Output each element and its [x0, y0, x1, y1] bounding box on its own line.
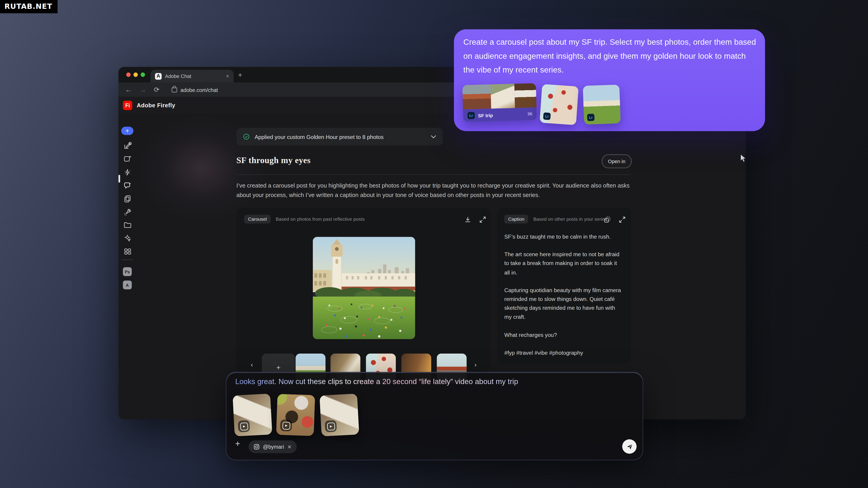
lightroom-badge-icon: Lr [587, 113, 594, 121]
user-prompt-text: Create a carousel post about my SF trip.… [463, 35, 758, 77]
lightroom-album-card[interactable]: Lr SF trip 96 [462, 83, 537, 122]
carousel-main-image[interactable] [313, 237, 415, 339]
dolores-park-attachment[interactable]: Lr [583, 85, 621, 125]
status-banner[interactable]: Applied your custom Golden Hour preset t… [237, 128, 443, 145]
copy-icon[interactable] [604, 217, 611, 223]
check-circle-icon [243, 133, 250, 140]
new-tab-button[interactable]: + [238, 71, 242, 78]
play-icon [324, 420, 337, 432]
tab-close-icon[interactable]: × [226, 73, 229, 79]
screen: RUTAB.NET A Adobe Chat × + ← → ⟳ adobe.c… [0, 0, 868, 488]
caption-paragraph: SF’s buzz taught me to be calm in the ru… [504, 232, 624, 241]
caption-text: SF’s buzz taught me to be calm in the ru… [504, 232, 624, 366]
tab-title: Adobe Chat [165, 73, 224, 78]
sidebar-divider [122, 260, 133, 260]
chat-assistant-icon[interactable] [119, 179, 136, 192]
caption-paragraph: What recharges you? [504, 330, 624, 339]
composer-panel[interactable]: Looks great. Now cut these clips to crea… [226, 372, 643, 460]
sketchbook-photo [490, 84, 515, 109]
copies-icon[interactable] [119, 192, 136, 205]
send-icon [626, 443, 633, 450]
window-minimize-button[interactable] [133, 72, 138, 77]
drinks-photo [515, 83, 536, 108]
carousel-prev-icon[interactable]: ‹ [251, 361, 253, 368]
adobe-badge-icon: A [123, 281, 132, 289]
expand-icon[interactable] [479, 217, 486, 223]
caption-paragraph: Capturing quotidian beauty with my film … [504, 286, 624, 322]
play-icon [238, 420, 250, 432]
carousel-next-icon[interactable]: › [474, 361, 477, 368]
carousel-subtitle: Based on photos from past reflective pos… [276, 217, 365, 222]
vector-edit-icon[interactable] [119, 231, 136, 245]
attach-plus-icon[interactable]: + [235, 439, 240, 448]
adobe-favicon-icon: A [155, 73, 162, 79]
active-nav-indicator [119, 175, 120, 183]
mention-text: @bymari [263, 444, 284, 450]
album-collage [462, 83, 536, 109]
reload-icon[interactable]: ⟳ [154, 86, 160, 94]
window-close-button[interactable] [126, 72, 131, 77]
lightroom-badge-icon: Lr [543, 112, 551, 120]
forward-icon[interactable]: → [140, 86, 146, 94]
result-description: I’ve created a carousel post for you hig… [237, 181, 633, 200]
mention-chip[interactable]: @bymari ✕ [249, 440, 297, 453]
browser-tab[interactable]: A Adobe Chat × [151, 70, 234, 83]
site-watermark: RUTAB.NET [0, 0, 58, 13]
user-prompt-bubble: Create a carousel post about my SF trip.… [454, 29, 765, 131]
quick-effects-icon[interactable] [119, 165, 136, 179]
divider [237, 174, 631, 175]
composer-message[interactable]: Looks great. Now cut these clips to crea… [235, 377, 518, 386]
chinatown-lanterns-attachment[interactable]: Lr [539, 84, 579, 125]
album-title: SF trip [478, 111, 524, 118]
open-in-button[interactable]: Open in [602, 154, 631, 168]
image-generate-icon[interactable] [119, 152, 136, 165]
url-text[interactable]: adobe.com/chat [181, 87, 218, 93]
golden-gate-photo [462, 84, 491, 109]
play-icon [280, 419, 292, 431]
status-text: Applied your custom Golden Hour preset t… [255, 133, 431, 140]
caption-subtitle: Based on other posts in your series [533, 217, 607, 222]
sidebar: + [119, 113, 136, 419]
lock-icon [172, 87, 177, 92]
new-chat-button[interactable]: + [121, 127, 133, 135]
video-attachment-cafe-sketchbook-2[interactable] [319, 394, 359, 436]
album-photo-count: 96 [528, 111, 532, 117]
photoshop-badge-icon: Ps [123, 267, 132, 276]
carousel-panel: Carousel Based on photos from past refle… [237, 208, 491, 372]
lightroom-badge-icon: Lr [467, 112, 475, 119]
apps-grid-icon[interactable] [119, 245, 136, 258]
firefly-logo-icon: Fi [123, 100, 132, 110]
firefly-brand-name: Adobe Firefly [137, 102, 176, 108]
caption-label-chip: Caption [504, 215, 528, 223]
download-icon[interactable] [465, 217, 471, 223]
caption-paragraph: #fyp #travel #vibe #photography [504, 348, 624, 357]
send-button[interactable] [622, 439, 637, 454]
caption-paragraph: The art scene here inspired me to not be… [504, 250, 624, 277]
chevron-down-icon[interactable] [431, 135, 436, 138]
remove-mention-icon[interactable]: ✕ [287, 444, 291, 449]
photoshop-shortcut[interactable]: Ps [119, 265, 136, 278]
compose-new-icon[interactable] [119, 139, 136, 152]
album-footer: Lr SF trip 96 [463, 107, 537, 122]
instagram-icon [254, 444, 260, 450]
back-icon[interactable]: ← [125, 86, 131, 94]
result-title: SF through my eyes [237, 156, 311, 165]
video-attachment-cafe-sketchbook[interactable] [232, 394, 272, 436]
video-attachment-coffee-pastry[interactable] [276, 394, 315, 436]
caption-panel: Caption Based on other posts in your ser… [497, 208, 631, 363]
expand-icon[interactable] [619, 217, 625, 223]
adobe-shortcut[interactable]: A [119, 278, 136, 292]
mouse-cursor [740, 154, 746, 163]
files-folder-icon[interactable] [119, 218, 136, 231]
launch-rocket-icon[interactable] [119, 205, 136, 219]
window-zoom-button[interactable] [141, 72, 145, 77]
carousel-label-chip: Carousel [244, 215, 271, 223]
